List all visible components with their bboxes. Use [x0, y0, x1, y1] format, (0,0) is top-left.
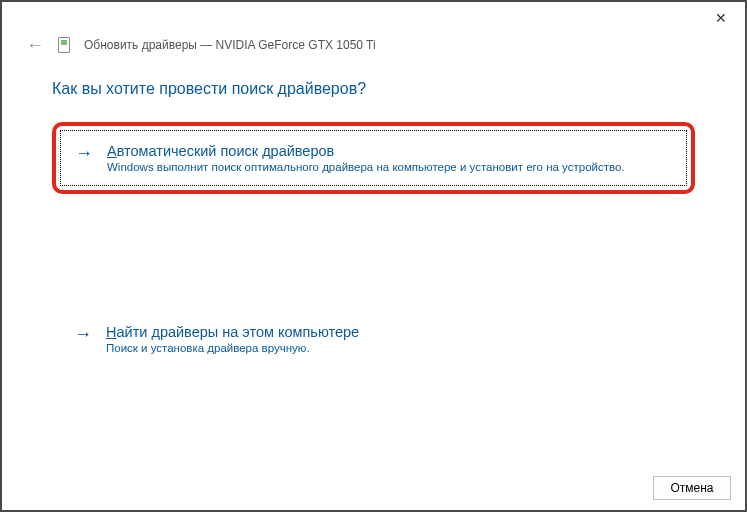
footer: Отмена: [653, 476, 731, 500]
close-icon: ✕: [715, 10, 727, 26]
window-title: Обновить драйверы — NVIDIA GeForce GTX 1…: [84, 38, 376, 52]
device-icon: [58, 37, 70, 53]
close-button[interactable]: ✕: [701, 4, 741, 32]
header-row: ← Обновить драйверы — NVIDIA GeForce GTX…: [2, 34, 745, 62]
page-heading: Как вы хотите провести поиск драйверов?: [52, 80, 695, 98]
driver-update-dialog: ✕ ← Обновить драйверы — NVIDIA GeForce G…: [0, 0, 747, 512]
option-auto-desc: Windows выполнит поиск оптимального драй…: [107, 161, 672, 173]
back-arrow-icon[interactable]: ←: [26, 36, 44, 54]
option-auto-highlight: → Автоматический поиск драйверов Windows…: [52, 122, 695, 194]
option-local-texts: Найти драйверы на этом компьютере Поиск …: [106, 324, 673, 354]
arrow-right-icon: →: [75, 143, 93, 165]
option-local-desc: Поиск и установка драйвера вручную.: [106, 342, 673, 354]
option-local-title: Найти драйверы на этом компьютере: [106, 324, 673, 340]
option-auto-search[interactable]: → Автоматический поиск драйверов Windows…: [60, 130, 687, 186]
option-local-search[interactable]: → Найти драйверы на этом компьютере Поис…: [52, 314, 695, 364]
titlebar: ✕: [2, 2, 745, 34]
option-auto-title: Автоматический поиск драйверов: [107, 143, 672, 159]
arrow-right-icon: →: [74, 324, 92, 346]
content-area: Как вы хотите провести поиск драйверов? …: [2, 62, 745, 364]
cancel-button[interactable]: Отмена: [653, 476, 731, 500]
option-auto-texts: Автоматический поиск драйверов Windows в…: [107, 143, 672, 173]
